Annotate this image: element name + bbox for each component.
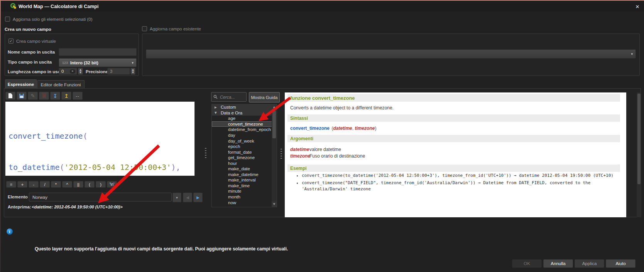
function-item-get-timezone[interactable]: get_timezone [212, 155, 272, 161]
spin-down-icon[interactable]: ▼ [132, 71, 134, 74]
function-item-datetime-from-epoch[interactable]: datetime_from_epoch [212, 127, 272, 133]
new-expression-button[interactable] [5, 92, 15, 100]
chevron-down-icon: ▾ [132, 61, 136, 65]
feature-combo[interactable]: Norway [29, 193, 172, 201]
show-help-button[interactable]: Mostra Guida [249, 92, 280, 102]
function-help-panel: funzione convert_timezone Converts a dat… [285, 92, 626, 217]
output-name-input[interactable] [59, 48, 137, 56]
output-length-spinbox[interactable]: 0 ✕ [59, 68, 77, 75]
operator-concat-button[interactable]: || [73, 181, 83, 188]
save-expression-button[interactable] [17, 92, 27, 100]
help-section-band: Argomenti [287, 135, 620, 142]
group-label: Data e Ora [221, 111, 242, 115]
syntax-paren: ) [375, 126, 376, 131]
output-type-combo[interactable]: 123 Intero (32 bit) ▾ [59, 58, 137, 67]
previous-arrow-icon: ◀ [186, 195, 189, 200]
function-item-age[interactable]: age [212, 116, 272, 121]
cancel-button[interactable]: Annulla [543, 259, 573, 268]
clear-icon[interactable]: ✕ [70, 69, 75, 74]
operator-plus-button[interactable]: + [17, 181, 27, 188]
virtual-field-label: Crea campo virtuale [16, 39, 56, 44]
tab-editor-funzioni[interactable]: Editor delle Funzioni [37, 80, 85, 89]
precision-spinbox[interactable]: 3 [107, 68, 130, 75]
trash-icon [42, 94, 46, 98]
precision-label: Precisione [86, 69, 108, 74]
function-list-scrollbar[interactable]: ▲ ▼ [272, 104, 277, 207]
scroll-down-icon[interactable]: ▼ [272, 201, 277, 207]
function-item-make-interval[interactable]: make_interval [212, 177, 272, 183]
window-title: World Map — Calcolatore di Campi [19, 4, 98, 9]
update-field-row: Aggiorna campo esistente [142, 26, 201, 31]
operator-close-paren-button[interactable]: ) [96, 181, 106, 188]
output-length-stepper[interactable]: ▲ ▼ [78, 68, 83, 75]
function-group-data-e-ora[interactable]: ▼ Data e Ora [212, 110, 272, 116]
splitter-handle[interactable] [205, 148, 206, 160]
export-expressions-button[interactable]: ↥ [61, 92, 71, 100]
help-scrollbar[interactable] [637, 92, 641, 217]
function-item-hour[interactable]: hour [212, 160, 272, 166]
delete-expression-button[interactable] [39, 92, 49, 100]
splitter-handle[interactable] [281, 149, 282, 160]
operator-multiply-button[interactable]: * [51, 181, 61, 188]
operator-newline-button[interactable]: '\n' [107, 181, 117, 188]
function-item-epoch[interactable]: epoch [212, 144, 272, 149]
function-label: make_interval [228, 178, 256, 182]
function-label: epoch [228, 144, 240, 149]
chevron-down-icon: ▾ [176, 196, 178, 200]
function-item-day[interactable]: day [212, 133, 272, 138]
help-title: funzione convert_timezone [290, 95, 355, 101]
argument-name: datetime [290, 147, 309, 152]
function-item-now[interactable]: now [212, 200, 272, 205]
ok-button[interactable]: OK [512, 259, 542, 268]
result-arrow: → [478, 180, 481, 185]
feature-value: Norway [32, 195, 47, 200]
operator-divide-button[interactable]: / [40, 181, 50, 188]
next-feature-button[interactable]: ▶ [193, 193, 203, 202]
function-label: month [228, 195, 240, 199]
scrollbar-thumb[interactable] [272, 111, 276, 138]
function-group-custom[interactable]: ▶ Custom [212, 104, 272, 110]
scrollbar-thumb[interactable] [637, 94, 641, 184]
feature-dropdown-button[interactable]: ▾ [172, 193, 181, 202]
function-item-month[interactable]: month [212, 194, 272, 200]
function-item-minute[interactable]: minute [212, 188, 272, 194]
operator-power-button[interactable]: ^ [62, 181, 72, 188]
search-input[interactable] [219, 94, 244, 100]
expression-editor[interactable]: convert_timezone( to_datetime('2012-05-0… [5, 101, 195, 176]
apply-button[interactable]: Applica [575, 259, 604, 268]
expand-arrow-icon[interactable]: ▶ [215, 106, 218, 109]
spin-down-icon[interactable]: ▼ [79, 71, 81, 74]
function-item-make-time[interactable]: make_time [212, 183, 272, 189]
function-item-convert-timezone[interactable]: convert_timezone [212, 121, 272, 127]
operator-equals-button[interactable]: = [6, 181, 16, 188]
edit-expression-button[interactable]: ✎ [28, 92, 38, 100]
virtual-field-checkbox[interactable]: ✓ [8, 39, 14, 44]
update-field-checkbox[interactable] [142, 26, 147, 31]
only-selected-checkbox[interactable] [5, 17, 10, 22]
argument-desc: valore datetime [309, 147, 341, 152]
function-label: now [228, 200, 236, 205]
help-button[interactable]: Aiuto [606, 259, 636, 268]
output-name-label: Nome campo in uscita [8, 50, 55, 54]
scroll-up-icon[interactable]: ▲ [272, 104, 277, 110]
example-item: convert_timezone("DATE_FIELD", timezone_… [302, 180, 625, 193]
function-label: day [228, 133, 235, 138]
existing-field-combo[interactable]: ▾ [146, 49, 636, 59]
more-options-button[interactable]: -- [73, 92, 83, 100]
function-item-make-date[interactable]: make_date [212, 166, 272, 172]
help-examples-list: convert_timezone(to_datetime('2012-05-04… [296, 173, 625, 193]
dots-icon: -- [76, 94, 79, 98]
operator-open-paren-button[interactable]: ( [85, 181, 95, 188]
function-item-format-date[interactable]: format_date [212, 149, 272, 155]
previous-feature-button[interactable]: ◀ [183, 193, 192, 202]
function-label: age [228, 116, 235, 121]
function-item-make-datetime[interactable]: make_datetime [212, 172, 272, 178]
collapse-arrow-icon[interactable]: ▼ [215, 111, 218, 114]
function-item-day-of-week[interactable]: day_of_week [212, 138, 272, 144]
operator-minus-button[interactable]: - [29, 181, 39, 188]
import-expressions-button[interactable]: ↧ [50, 92, 60, 100]
tab-label: Editor delle Funzioni [41, 82, 81, 87]
tab-espressione[interactable]: Espressione [5, 79, 37, 89]
precision-stepper[interactable]: ▲ ▼ [130, 68, 135, 75]
close-icon[interactable]: ✕ [633, 3, 642, 10]
